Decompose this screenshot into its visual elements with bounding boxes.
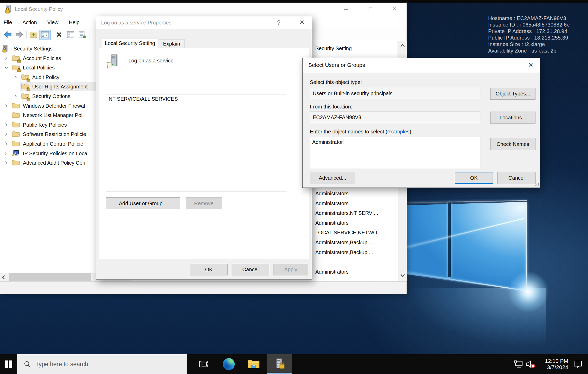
object-names-input[interactable]: Administrator	[310, 137, 480, 168]
properties-icon	[67, 31, 75, 38]
title-bar[interactable]: Local Security Policy ×	[0, 3, 407, 16]
network-icon	[514, 360, 524, 368]
wallpaper-glow	[507, 271, 549, 313]
tree-item-label: Windows Defender Firewal	[23, 101, 85, 111]
chevron-right-icon[interactable]	[4, 132, 8, 137]
start-button[interactable]	[0, 354, 17, 374]
security-settings-icon	[2, 45, 10, 53]
task-view-button[interactable]	[194, 354, 214, 374]
folder-icon	[12, 102, 20, 110]
chevron-right-icon[interactable]	[4, 151, 8, 157]
file-explorer-icon	[247, 359, 260, 369]
menu-help[interactable]: Help	[69, 20, 80, 25]
folder-lock-icon	[21, 83, 30, 91]
properties-button[interactable]	[65, 30, 76, 40]
active-app-indicator	[267, 373, 292, 374]
remove-button[interactable]: Remove	[186, 197, 222, 209]
scrollbar-thumb[interactable]	[9, 273, 91, 281]
column-header-security-setting[interactable]: Security Setting	[315, 46, 352, 51]
network-button[interactable]	[513, 354, 525, 374]
folder-icon	[12, 140, 20, 148]
members-listbox[interactable]: NT SERVICE\ALL SERVICES	[106, 94, 287, 191]
policy-list: Administrators Administrators Administra…	[315, 189, 397, 277]
tab-local-security-setting[interactable]: Local Security Setting	[102, 38, 158, 48]
member-item[interactable]: NT SERVICE\ALL SERVICES	[106, 94, 287, 104]
list-item[interactable]: Administrators	[315, 218, 397, 228]
minimize-button[interactable]	[334, 3, 358, 16]
search-input[interactable]	[35, 361, 155, 368]
object-types-button[interactable]: Object Types...	[490, 88, 535, 100]
list-item[interactable]	[315, 257, 397, 267]
taskbar-clock[interactable]: 12:10 PM 3/7/2024	[539, 358, 568, 370]
chevron-right-icon[interactable]	[14, 94, 18, 99]
ok-button[interactable]: OK	[455, 172, 493, 184]
action-center-button[interactable]	[572, 354, 584, 374]
list-item[interactable]: Administrators,NT SERVI...	[315, 208, 397, 218]
chevron-right-icon[interactable]	[4, 161, 8, 166]
object-type-field[interactable]: Users or Built-in security principals	[310, 88, 480, 99]
advanced-button[interactable]: Advanced...	[310, 172, 355, 184]
list-item[interactable]: Administrators	[315, 199, 397, 209]
forward-button[interactable]	[14, 30, 25, 40]
file-explorer-button[interactable]	[244, 354, 264, 374]
list-item[interactable]: Administrators	[315, 189, 397, 199]
close-icon[interactable]: ×	[528, 60, 533, 70]
toolbar-separator	[52, 31, 52, 38]
menu-action[interactable]: Action	[22, 20, 37, 25]
delete-button[interactable]	[54, 30, 65, 40]
export-list-button[interactable]	[76, 30, 88, 40]
edge-button[interactable]	[219, 354, 239, 374]
scroll-left-icon[interactable]	[1, 274, 6, 281]
apply-button[interactable]: Apply	[273, 264, 308, 275]
chevron-right-icon[interactable]	[4, 56, 8, 61]
cancel-button[interactable]: Cancel	[497, 172, 536, 184]
minimize-icon	[344, 9, 348, 10]
up-level-button[interactable]	[28, 30, 39, 40]
tab-page: Log on as a service NT SERVICE\ALL SERVI…	[99, 48, 309, 259]
resize-grip[interactable]	[538, 185, 539, 186]
maximize-button[interactable]	[358, 3, 382, 16]
locations-button[interactable]: Locations...	[490, 112, 535, 124]
policy-name: Log on as a service	[128, 58, 173, 64]
accelerator: E	[310, 129, 313, 134]
chevron-right-icon[interactable]	[14, 75, 18, 80]
close-icon: ×	[392, 5, 397, 13]
list-item[interactable]: Administrators	[315, 267, 397, 277]
list-item[interactable]: LOCAL SERVICE,NETWO...	[315, 228, 397, 238]
help-icon[interactable]: ?	[277, 19, 280, 26]
dialog-title-bar[interactable]: Select Users or Groups ×	[303, 58, 540, 73]
dialog-title-bar[interactable]: Log on as a service Properties ? ×	[96, 16, 312, 29]
folder-icon	[12, 131, 20, 138]
export-list-icon	[78, 31, 86, 38]
examples-link[interactable]: examples	[387, 129, 410, 134]
taskbar-search[interactable]	[17, 354, 187, 374]
ok-button[interactable]: OK	[190, 264, 228, 275]
chevron-right-icon[interactable]	[4, 104, 8, 109]
instance-info-line: Availability Zone : us-east-2b	[488, 48, 570, 54]
menu-view[interactable]: View	[47, 20, 58, 25]
cancel-button[interactable]: Cancel	[232, 264, 269, 275]
column-divider[interactable]	[397, 41, 397, 56]
toolbar-separator	[26, 31, 27, 38]
chevron-down-icon[interactable]	[4, 66, 8, 71]
tree-item-label: Account Policies	[23, 54, 61, 63]
scroll-down-icon[interactable]	[400, 273, 406, 279]
add-user-or-group-button[interactable]: Add User or Group...	[106, 197, 180, 209]
tab-explain[interactable]: Explain	[159, 39, 185, 48]
console-tree-toggle[interactable]	[39, 30, 51, 40]
volume-button[interactable]	[525, 354, 537, 374]
location-field[interactable]: EC2AMAZ-FAN98V3	[310, 112, 480, 123]
taskbar-app-local-security-policy[interactable]	[267, 354, 292, 374]
back-button[interactable]	[2, 30, 14, 40]
scroll-up-icon[interactable]	[400, 43, 406, 49]
location-label: From this location:	[310, 104, 352, 110]
menu-file[interactable]: File	[4, 20, 12, 25]
chevron-right-icon[interactable]	[4, 123, 8, 128]
close-button[interactable]: ×	[382, 3, 407, 16]
close-icon[interactable]: ×	[299, 17, 304, 27]
check-names-button[interactable]: Check Names	[490, 138, 535, 150]
chevron-right-icon[interactable]	[4, 142, 8, 147]
list-item[interactable]: Administrators,Backup ...	[315, 238, 397, 248]
list-item[interactable]: Administrators,Backup ...	[315, 248, 397, 257]
search-icon	[24, 361, 31, 367]
